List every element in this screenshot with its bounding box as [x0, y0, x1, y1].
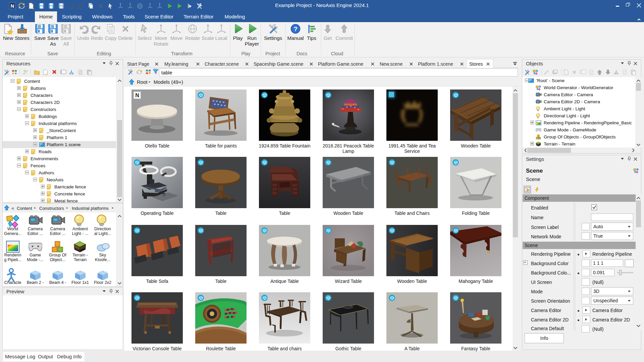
svg-text:?: ? [293, 25, 298, 33]
